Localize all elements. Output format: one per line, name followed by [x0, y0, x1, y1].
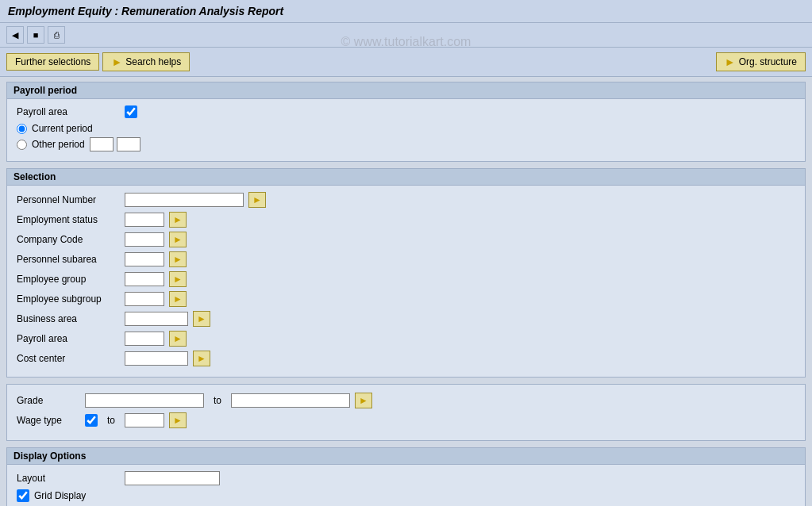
employee-group-label: Employee group [17, 274, 120, 285]
further-selections-button[interactable]: Further selections [6, 53, 99, 71]
grade-from-input[interactable] [85, 393, 204, 408]
cost-center-input[interactable] [125, 351, 188, 366]
employee-subgroup-row: Employee subgroup ► [17, 291, 795, 307]
current-period-label: Current period [32, 123, 93, 134]
employment-status-label: Employment status [17, 214, 120, 225]
grade-to-label: to [214, 395, 221, 406]
layout-label: Layout [17, 473, 120, 484]
company-code-row: Company Code ► [17, 232, 795, 247]
grade-arrow-btn[interactable]: ► [355, 393, 372, 408]
personnel-number-input[interactable] [125, 193, 244, 207]
employee-group-input[interactable] [125, 272, 164, 286]
payroll-period-section: Payroll period Payroll area Current peri… [6, 82, 806, 162]
current-period-radio[interactable] [17, 124, 27, 134]
grid-display-row: Grid Display [17, 489, 795, 502]
toolbar: ◀ ■ ⎙ © www.tutorialkart.com [0, 23, 812, 48]
wagetype-to-label: to [107, 415, 115, 426]
grid-display-checkbox[interactable] [17, 489, 29, 502]
employee-subgroup-input[interactable] [125, 292, 164, 306]
payroll-area-selection-input[interactable] [125, 332, 164, 346]
grade-row: Grade to ► [17, 393, 795, 408]
main-content: Payroll period Payroll area Current peri… [0, 77, 812, 506]
org-structure-arrow-icon: ► [725, 56, 736, 68]
other-period-input1[interactable] [90, 137, 114, 151]
wagetype-row: Wage type to ► [17, 412, 795, 428]
business-area-input[interactable] [125, 312, 188, 326]
wagetype-label: Wage type [17, 415, 80, 426]
payroll-period-header: Payroll period [7, 82, 805, 99]
personnel-subarea-label: Personnel subarea [17, 254, 120, 265]
wagetype-to-input[interactable] [125, 413, 164, 427]
cost-center-row: Cost center ► [17, 351, 795, 366]
wagetype-checkbox[interactable] [85, 414, 98, 427]
employee-group-row: Employee group ► [17, 271, 795, 287]
grade-wagetype-section: Grade to ► Wage type to ► [6, 384, 806, 441]
payroll-area-row: Payroll area [17, 105, 795, 118]
print-icon[interactable]: ⎙ [48, 26, 65, 44]
save-icon[interactable]: ■ [27, 26, 44, 44]
payroll-area-selection-row: Payroll area ► [17, 331, 795, 347]
back-icon[interactable]: ◀ [6, 26, 24, 44]
display-options-header: Display Options [7, 448, 805, 465]
cost-center-label: Cost center [17, 353, 120, 364]
other-period-inputs [90, 137, 140, 151]
further-selections-label: Further selections [15, 56, 90, 67]
layout-row: Layout [17, 471, 795, 485]
employment-status-arrow-btn[interactable]: ► [169, 212, 187, 228]
company-code-input[interactable] [125, 232, 164, 247]
current-period-row: Current period [17, 123, 795, 134]
payroll-area-label: Payroll area [17, 106, 120, 117]
other-period-row: Other period [17, 137, 795, 151]
selection-header: Selection [7, 169, 805, 186]
payroll-area-selection-label: Payroll area [17, 333, 120, 344]
employee-subgroup-arrow-btn[interactable]: ► [169, 291, 187, 307]
personnel-subarea-arrow-btn[interactable]: ► [169, 251, 187, 267]
grid-display-label: Grid Display [34, 490, 86, 501]
button-bar: Further selections ► Search helps ► Org.… [0, 48, 812, 77]
company-code-arrow-btn[interactable]: ► [169, 232, 187, 247]
employee-group-arrow-btn[interactable]: ► [169, 271, 187, 287]
personnel-number-label: Personnel Number [17, 194, 120, 205]
employment-status-input[interactable] [125, 213, 164, 227]
personnel-number-row: Personnel Number ► [17, 192, 795, 208]
other-period-input2[interactable] [117, 137, 140, 151]
search-helps-arrow-icon: ► [111, 56, 122, 68]
personnel-number-arrow-btn[interactable]: ► [248, 192, 266, 208]
payroll-area-checkbox[interactable] [125, 105, 137, 118]
selection-body: Personnel Number ► Employment status ► C… [7, 186, 805, 377]
business-area-row: Business area ► [17, 311, 795, 327]
org-structure-label: Org. structure [739, 56, 797, 67]
layout-input[interactable] [125, 471, 220, 485]
employee-subgroup-label: Employee subgroup [17, 293, 120, 305]
company-code-label: Company Code [17, 234, 120, 245]
display-options-body: Layout Grid Display Include Wagetype Sum… [7, 465, 805, 506]
selection-section: Selection Personnel Number ► Employment … [6, 168, 806, 378]
display-options-section: Display Options Layout Grid Display Incl… [6, 447, 806, 506]
other-period-radio[interactable] [17, 140, 27, 150]
business-area-label: Business area [17, 313, 120, 324]
payroll-period-body: Payroll area Current period Other period [7, 99, 805, 161]
title-bar: Employment Equity : Remuneration Analysi… [0, 0, 812, 23]
search-helps-label: Search helps [125, 56, 181, 67]
grade-label: Grade [17, 395, 80, 406]
payroll-area-selection-arrow-btn[interactable]: ► [169, 331, 187, 347]
employment-status-row: Employment status ► [17, 212, 795, 228]
org-structure-button[interactable]: ► Org. structure [716, 52, 806, 71]
search-helps-button[interactable]: ► Search helps [102, 52, 190, 71]
page-title: Employment Equity : Remuneration Analysi… [8, 5, 283, 17]
personnel-subarea-input[interactable] [125, 252, 164, 266]
grade-to-input[interactable] [231, 393, 350, 408]
wagetype-arrow-btn[interactable]: ► [169, 412, 187, 428]
other-period-label: Other period [32, 139, 85, 150]
business-area-arrow-btn[interactable]: ► [193, 311, 210, 327]
personnel-subarea-row: Personnel subarea ► [17, 251, 795, 267]
cost-center-arrow-btn[interactable]: ► [193, 351, 210, 366]
